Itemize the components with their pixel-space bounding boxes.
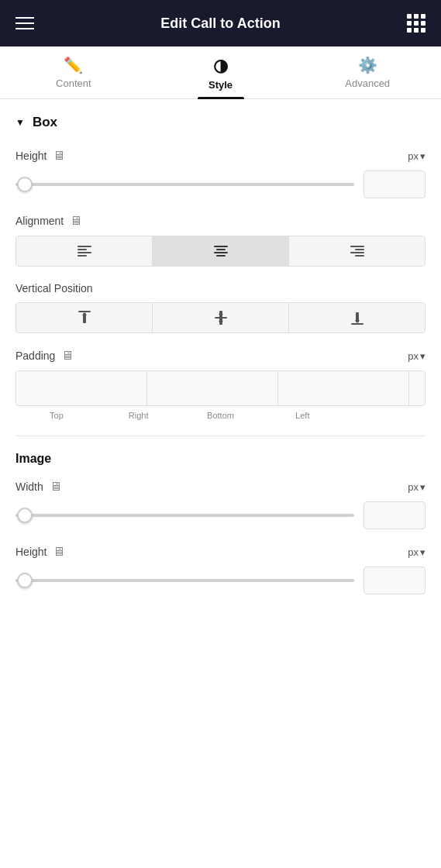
height-slider-track[interactable] <box>16 183 354 186</box>
tab-bar: ✏️ Content ◑ Style ⚙️ Advanced <box>0 46 441 99</box>
height-label: Height 🖥 <box>16 149 65 163</box>
svg-rect-2 <box>78 252 91 253</box>
vertical-position-label-text: Vertical Position <box>16 282 93 294</box>
svg-rect-12 <box>78 311 91 312</box>
align-right-button[interactable] <box>289 236 425 266</box>
image-width-slider-thumb[interactable] <box>17 508 33 523</box>
height-label-text: Height <box>16 150 47 162</box>
monitor-icon-alignment: 🖥 <box>70 214 82 228</box>
padding-inputs-row <box>16 370 425 406</box>
vertical-top-button[interactable] <box>16 303 153 332</box>
alignment-label-text: Alignment <box>16 215 64 227</box>
tab-content[interactable]: ✏️ Content <box>0 46 147 98</box>
image-height-unit-selector[interactable]: px ▾ <box>408 546 425 558</box>
align-left-icon <box>78 246 91 257</box>
svg-rect-8 <box>350 246 364 247</box>
svg-rect-10 <box>350 252 364 253</box>
align-center-icon <box>214 246 228 257</box>
image-height-input[interactable] <box>363 567 425 594</box>
svg-marker-17 <box>219 312 223 315</box>
image-section-title: Image <box>16 452 425 466</box>
tab-style-label: Style <box>208 79 233 91</box>
padding-left-label: Left <box>261 411 343 420</box>
padding-right-input[interactable] <box>147 371 278 405</box>
vertical-position-btn-group <box>16 302 425 333</box>
monitor-icon-padding: 🖥 <box>61 349 74 363</box>
tab-advanced-label: Advanced <box>345 78 390 89</box>
padding-left-input[interactable] <box>409 371 425 405</box>
image-height-label-row: Height 🖥 px ▾ <box>16 545 425 559</box>
height-label-row: Height 🖥 px ▾ <box>16 149 425 163</box>
vertical-bottom-icon <box>351 311 363 325</box>
alignment-label: Alignment 🖥 <box>16 214 82 228</box>
svg-rect-4 <box>214 246 228 247</box>
svg-rect-5 <box>216 249 226 250</box>
svg-rect-19 <box>351 323 363 325</box>
monitor-icon-image-height: 🖥 <box>53 545 65 559</box>
height-slider-thumb[interactable] <box>17 177 33 192</box>
height-unit-selector[interactable]: px ▾ <box>408 150 425 162</box>
image-width-slider-track[interactable] <box>16 514 354 517</box>
pencil-icon: ✏️ <box>64 57 83 73</box>
image-width-field: Width 🖥 px ▾ <box>16 480 425 529</box>
padding-unit-text: px <box>408 350 419 362</box>
padding-label-row: Padding 🖥 px ▾ <box>16 349 425 363</box>
vertical-position-field: Vertical Position <box>16 282 425 333</box>
padding-link-spacer <box>343 411 425 420</box>
svg-marker-21 <box>355 320 360 323</box>
padding-right-label: Right <box>98 411 180 420</box>
image-width-input[interactable] <box>363 501 425 529</box>
padding-unit-chevron: ▾ <box>420 350 425 362</box>
vertical-position-label: Vertical Position <box>16 282 93 294</box>
height-slider-row <box>16 170 425 198</box>
tab-advanced[interactable]: ⚙️ Advanced <box>294 46 441 98</box>
align-right-icon <box>350 246 364 257</box>
vertical-middle-button[interactable] <box>153 303 289 332</box>
section-divider <box>16 436 425 436</box>
align-center-button[interactable] <box>153 236 289 266</box>
image-height-unit-chevron: ▾ <box>420 546 425 558</box>
svg-rect-7 <box>216 255 226 257</box>
vertical-middle-icon <box>215 311 227 325</box>
tab-style[interactable]: ◑ Style <box>147 46 295 98</box>
header: Edit Call to Action <box>0 0 441 46</box>
padding-top-input[interactable] <box>16 371 147 405</box>
align-left-button[interactable] <box>16 236 153 266</box>
monitor-icon-height: 🖥 <box>53 149 65 163</box>
padding-bottom-label: Bottom <box>180 411 262 420</box>
padding-field-labels: Top Right Bottom Left <box>16 411 425 420</box>
vertical-position-label-row: Vertical Position <box>16 282 425 294</box>
padding-top-label: Top <box>16 411 98 420</box>
image-height-unit-text: px <box>408 546 419 558</box>
padding-label-text: Padding <box>16 350 55 362</box>
svg-rect-9 <box>355 249 364 250</box>
height-input[interactable] <box>363 170 425 198</box>
image-width-unit-selector[interactable]: px ▾ <box>408 481 425 493</box>
page-title: Edit Call to Action <box>160 16 280 32</box>
image-width-unit-text: px <box>408 481 419 493</box>
svg-marker-14 <box>82 312 87 315</box>
image-width-unit-chevron: ▾ <box>420 481 425 493</box>
box-section-title: Box <box>33 115 57 130</box>
monitor-icon-image-width: 🖥 <box>50 480 62 494</box>
main-content: ▼ Box Height 🖥 px ▾ Alignment 🖥 <box>0 99 441 625</box>
gear-icon: ⚙️ <box>358 57 377 73</box>
padding-bottom-input[interactable] <box>278 371 409 405</box>
hamburger-menu-icon[interactable] <box>16 17 34 29</box>
svg-marker-18 <box>219 321 223 324</box>
padding-label: Padding 🖥 <box>16 349 74 363</box>
image-height-slider-track[interactable] <box>16 579 354 582</box>
image-height-label-text: Height <box>16 546 47 558</box>
image-width-label: Width 🖥 <box>16 480 62 494</box>
svg-rect-1 <box>78 249 87 250</box>
svg-rect-11 <box>355 255 364 257</box>
svg-rect-6 <box>214 252 228 253</box>
collapse-arrow-icon[interactable]: ▼ <box>16 117 25 128</box>
box-section-heading: ▼ Box <box>16 115 425 130</box>
image-height-slider-thumb[interactable] <box>17 573 33 588</box>
apps-grid-icon[interactable] <box>407 14 425 33</box>
padding-unit-selector[interactable]: px ▾ <box>408 350 425 362</box>
vertical-bottom-button[interactable] <box>289 303 425 332</box>
height-field: Height 🖥 px ▾ <box>16 149 425 198</box>
height-unit-text: px <box>408 150 419 162</box>
